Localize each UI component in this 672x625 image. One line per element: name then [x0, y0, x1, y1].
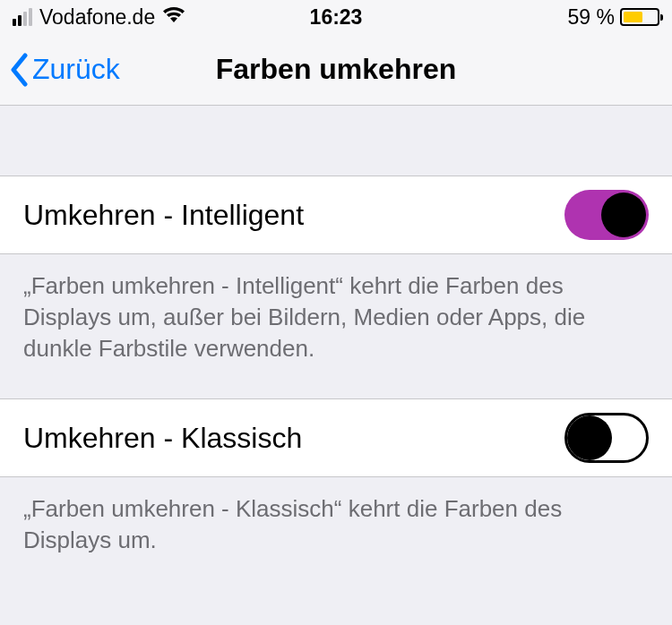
wifi-icon	[162, 5, 185, 30]
page-title: Farben umkehren	[216, 53, 457, 86]
nav-bar: Zurück Farben umkehren	[0, 34, 672, 106]
battery-icon	[620, 8, 659, 26]
smart-invert-cell[interactable]: Umkehren - Intelligent	[0, 176, 672, 254]
back-label: Zurück	[32, 53, 120, 86]
chevron-left-icon	[9, 53, 29, 87]
classic-invert-toggle[interactable]	[564, 413, 649, 463]
carrier-label: Vodafone.de	[39, 5, 155, 30]
battery-pct: 59 %	[568, 5, 615, 30]
smart-invert-label: Umkehren - Intelligent	[23, 199, 304, 232]
classic-invert-label: Umkehren - Klassisch	[23, 422, 302, 455]
classic-invert-footer: „Farben umkehren - Klassisch“ kehrt die …	[0, 477, 672, 556]
smart-invert-footer: „Farben umkehren - Intelligent“ kehrt di…	[0, 254, 672, 364]
classic-invert-cell[interactable]: Umkehren - Klassisch	[0, 398, 672, 477]
time-label: 16:23	[310, 5, 363, 30]
status-bar: Vodafone.de 16:23 59 %	[0, 0, 672, 34]
back-button[interactable]: Zurück	[0, 53, 120, 87]
signal-icon	[13, 8, 32, 26]
smart-invert-toggle[interactable]	[564, 190, 649, 240]
